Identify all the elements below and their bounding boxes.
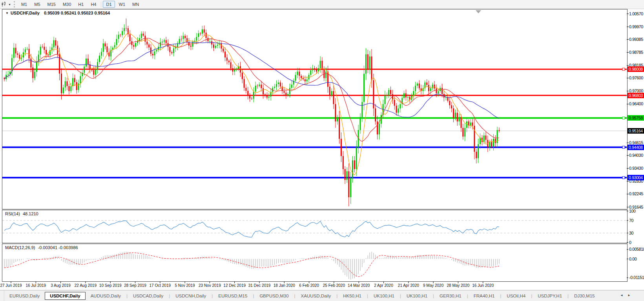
date-axis-label[interactable]: 10 Sep 2019 <box>99 283 122 288</box>
chart-tab-usdjpy-h1[interactable]: USDJPY,H1 <box>533 292 567 299</box>
tab-scroll-right-icon[interactable]: ► <box>628 294 631 297</box>
rsi-axis-tick[interactable]: 30 <box>629 231 633 235</box>
macd-label: MACD(12,26,9) -0.003041 -0.003986 <box>5 245 78 250</box>
date-axis-label[interactable]: 25 Feb 2020 <box>323 283 345 288</box>
timeframe-button-m5[interactable]: M5 <box>31 1 43 8</box>
timeframe-button-mn[interactable]: MN <box>129 1 142 8</box>
timeframe-button-m30[interactable]: M30 <box>60 1 74 8</box>
price-axis-tick[interactable]: 0.99970 <box>629 24 643 29</box>
macd-indicator-name: MACD(12,26,9) <box>5 245 35 250</box>
date-axis-label[interactable]: 23 Nov 2019 <box>199 283 221 288</box>
chart-symbol-period: USDCHF,Daily <box>11 11 40 15</box>
timeframe-button-m15[interactable]: M15 <box>44 1 59 8</box>
macd-panel[interactable]: MACD(12,26,9) -0.003041 -0.003986 <box>2 244 628 282</box>
date-axis-label[interactable]: 28 May 2020 <box>447 283 469 288</box>
timeframe-button-h4[interactable]: H4 <box>88 1 99 8</box>
macd-indicator-values: -0.003041 -0.003986 <box>38 245 78 250</box>
level-price-badge: 0.96803 <box>628 93 644 98</box>
date-axis-label[interactable]: 18 Jan 2020 <box>274 283 295 288</box>
date-axis-label[interactable]: 21 Apr 2020 <box>398 283 419 288</box>
rsi-indicator-name: RSI(14) <box>5 211 20 216</box>
date-axis-label[interactable]: 31 Dec 2019 <box>248 283 271 288</box>
chart-tab-usdcad-daily[interactable]: USDCAD,Daily <box>128 292 168 299</box>
price-axis-tick[interactable]: 0.92245 <box>629 191 643 196</box>
tabbar-left-edge <box>0 290 4 301</box>
timeframe-button-d1[interactable]: D1 <box>103 1 115 8</box>
price-chart-panel[interactable]: ▼USDCHF,Daily 0.95039 0.95241 0.95023 0.… <box>2 9 628 209</box>
level-price-badge: 0.98008 <box>628 66 644 72</box>
macd-axis-tick[interactable]: 0.00 <box>629 257 637 261</box>
chart-tab-eurusd-m15[interactable]: EURUSD,M15 <box>213 292 252 299</box>
date-axis-label[interactable]: 27 Jun 2019 <box>0 283 22 288</box>
level-price-badge: 0.95758 <box>628 115 644 121</box>
toolbar-grip[interactable] <box>14 1 15 7</box>
level-price-badge: 0.93004 <box>628 175 644 180</box>
current-price-badge: 0.95164 <box>628 128 644 134</box>
top-toolbar: ▼ M1M5M15M30H1H4D1W1MN <box>0 0 644 9</box>
macd-axis-tick[interactable]: -0.011514 <box>629 275 644 280</box>
price-axis-tick[interactable]: 0.98785 <box>629 50 643 55</box>
date-axis-label[interactable]: 28 Sep 2019 <box>124 283 146 288</box>
chart-tab-uk100-h1[interactable]: UK100,H1 <box>401 292 432 299</box>
chart-title: ▼USDCHF,Daily 0.95039 0.95241 0.95023 0.… <box>5 11 110 15</box>
date-axis-label[interactable]: 14 Mar 2020 <box>348 283 370 288</box>
rsi-indicator-value: 48.1210 <box>23 211 38 216</box>
chart-tab-hk50-h1[interactable]: HK50,H1 <box>338 292 367 299</box>
rsi-axis-tick[interactable]: 0 <box>629 240 631 245</box>
date-axis-label[interactable]: 5 Nov 2019 <box>175 283 195 288</box>
chart-tab-uk100-h1[interactable]: UK100,H1 <box>369 292 400 299</box>
chart-ohlc-values: 0.95039 0.95241 0.95023 0.95164 <box>44 11 110 15</box>
date-axis-label[interactable]: 6 Feb 2020 <box>299 283 319 288</box>
chart-tab-dj30-m15[interactable]: DJ30,M15 <box>569 292 600 299</box>
chart-tabs-bar: EURUSD,DailyUSDCHF,DailyAUDUSD,Daily|USD… <box>0 290 644 301</box>
chart-tab-usoil-h4[interactable]: USOil,H4 <box>502 292 531 299</box>
price-axis-tick[interactable]: 0.99385 <box>629 37 643 42</box>
timeframe-group-separator <box>101 2 101 7</box>
tab-scroll-left-icon[interactable]: ◄ <box>620 294 623 297</box>
rsi-label: RSI(14) 48.1210 <box>5 211 38 216</box>
date-axis-label[interactable]: 9 May 2020 <box>423 283 443 288</box>
price-axis-tick[interactable]: 0.94030 <box>629 153 643 158</box>
date-axis-label[interactable]: 22 Aug 2019 <box>75 283 97 288</box>
rsi-axis-tick[interactable]: 100 <box>629 209 636 213</box>
chart-tab-eurusd-daily[interactable]: EURUSD,Daily <box>4 292 45 299</box>
date-axis-label[interactable]: 16 Jul 2019 <box>26 283 46 288</box>
chart-tab-fra40-h1[interactable]: FRA40,H1 <box>469 292 500 299</box>
price-axis-tick[interactable]: 0.97600 <box>629 75 643 80</box>
date-axis-label[interactable]: 3 Aug 2019 <box>51 283 71 288</box>
price-axis-tick[interactable]: 1.00570 <box>629 11 643 16</box>
chart-tab-xauusd-daily[interactable]: XAUUSD,Daily <box>296 292 336 299</box>
chart-tab-audusd-daily[interactable]: AUDUSD,Daily <box>86 292 126 299</box>
timeframe-buttons: M1M5M15M30H1H4D1W1MN <box>18 1 142 8</box>
tab-scrollers: ◄ ► <box>617 294 631 297</box>
price-axis-tick[interactable]: 0.93430 <box>629 166 643 171</box>
level-price-badge: 0.94408 <box>628 145 644 150</box>
chart-type-dropdown-icon[interactable]: ▼ <box>8 3 11 6</box>
chart-tab-usdcnh-daily[interactable]: USDCNH,Daily <box>170 292 211 299</box>
date-axis-label[interactable]: 16 Jun 2020 <box>472 283 494 288</box>
chart-tab-gbpusd-m30[interactable]: GBPUSD,M30 <box>254 292 294 299</box>
mt4-window: { "toolbar": { "timeframes": ["M1","M5",… <box>0 0 644 301</box>
price-axis-tick[interactable]: 0.96400 <box>629 101 643 106</box>
date-axis-label[interactable]: 2 Apr 2020 <box>374 283 393 288</box>
chart-tab-usdchf-daily[interactable]: USDCHF,Daily <box>45 292 85 300</box>
macd-axis-tick[interactable]: 0.005818 <box>629 247 644 251</box>
rsi-panel[interactable]: RSI(14) 48.1210 <box>2 210 628 243</box>
chart-type-icon[interactable] <box>1 2 7 7</box>
chart-tab-ger30-h1[interactable]: GER30,H1 <box>434 292 467 299</box>
date-axis-label[interactable]: 17 Oct 2019 <box>150 283 171 288</box>
timeframe-button-h1[interactable]: H1 <box>75 1 87 8</box>
date-axis-label[interactable]: 12 Dec 2019 <box>223 283 246 288</box>
rsi-axis-tick[interactable]: 70 <box>629 218 633 223</box>
timeframe-button-m1[interactable]: M1 <box>18 1 30 8</box>
collapse-triangle-icon[interactable]: ▼ <box>5 11 9 15</box>
timeframe-button-w1[interactable]: W1 <box>116 1 129 8</box>
